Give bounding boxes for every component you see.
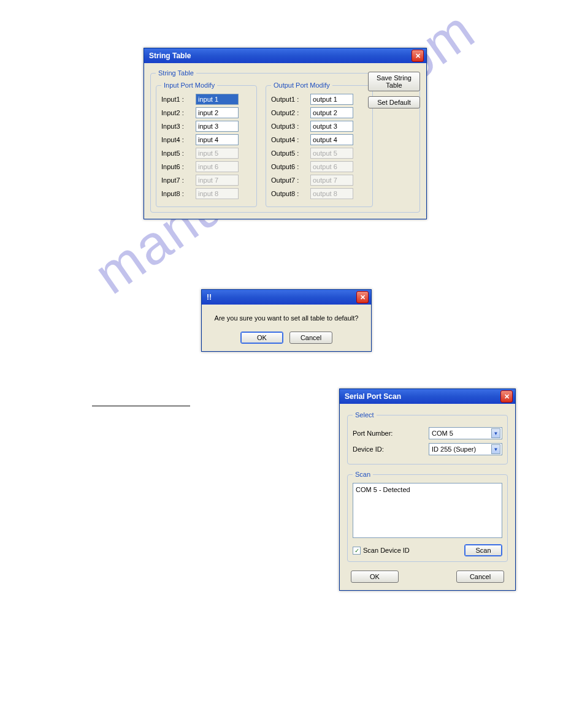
ok-button[interactable]: OK xyxy=(351,571,399,583)
serial-port-scan-dialog: Serial Port Scan ✕ Select Port Number: C… xyxy=(339,389,516,591)
string-table-legend: String Table xyxy=(156,69,196,77)
device-id-combo[interactable]: ID 255 (Super) ▼ xyxy=(429,443,502,455)
close-button[interactable]: ✕ xyxy=(356,291,369,303)
input1-field[interactable] xyxy=(196,94,239,105)
titlebar: !! ✕ xyxy=(202,290,371,305)
input5-label: Input5 : xyxy=(161,150,192,157)
scan-device-id-checkbox[interactable]: ✓ Scan Device ID xyxy=(353,547,410,555)
output6-field xyxy=(310,161,353,172)
port-number-combo[interactable]: COM 5 ▼ xyxy=(429,427,502,439)
cancel-button[interactable]: Cancel xyxy=(289,332,332,344)
output3-label: Output3 : xyxy=(271,123,307,130)
output-port-legend: Output Port Modify xyxy=(271,82,332,89)
port-number-label: Port Number: xyxy=(353,430,393,437)
input1-label: Input1 : xyxy=(161,96,192,103)
close-button[interactable]: ✕ xyxy=(412,50,424,62)
scan-button[interactable]: Scan xyxy=(464,544,502,556)
scan-results-list[interactable]: COM 5 - Detected xyxy=(353,483,502,538)
dialog-title: String Table xyxy=(149,51,191,60)
chevron-down-icon: ▼ xyxy=(491,444,500,454)
input8-field xyxy=(196,188,239,199)
input-port-legend: Input Port Modify xyxy=(161,82,217,89)
dialog-title: !! xyxy=(207,293,212,301)
close-icon: ✕ xyxy=(504,393,510,401)
string-table-dialog: String Table ✕ String Table Input Port M… xyxy=(144,48,427,219)
input8-label: Input8 : xyxy=(161,190,192,197)
checkbox-icon: ✓ xyxy=(353,547,361,555)
output8-label: Output8 : xyxy=(271,190,307,197)
output2-field[interactable] xyxy=(310,107,353,118)
input6-label: Input6 : xyxy=(161,163,192,170)
titlebar: Serial Port Scan ✕ xyxy=(340,389,515,404)
output1-label: Output1 : xyxy=(271,96,307,103)
set-default-button[interactable]: Set Default xyxy=(368,96,420,108)
select-fieldset: Select Port Number: COM 5 ▼ Device ID: I… xyxy=(347,411,508,464)
scan-fieldset: Scan COM 5 - Detected ✓ Scan Device ID S… xyxy=(347,471,508,562)
input3-label: Input3 : xyxy=(161,123,192,130)
chevron-down-icon: ▼ xyxy=(491,428,500,438)
input7-field xyxy=(196,175,239,186)
titlebar: String Table ✕ xyxy=(144,48,426,63)
output5-label: Output5 : xyxy=(271,150,307,157)
output8-field xyxy=(310,188,353,199)
output3-field[interactable] xyxy=(310,121,353,132)
select-legend: Select xyxy=(353,411,377,419)
input6-field xyxy=(196,161,239,172)
output4-field[interactable] xyxy=(310,134,353,145)
input2-label: Input2 : xyxy=(161,109,192,116)
output7-field xyxy=(310,175,353,186)
input7-label: Input7 : xyxy=(161,176,192,184)
input3-field[interactable] xyxy=(196,121,239,132)
close-icon: ✕ xyxy=(415,52,421,60)
heading-underline xyxy=(92,406,190,406)
checkbox-label: Scan Device ID xyxy=(363,547,410,554)
output2-label: Output2 : xyxy=(271,109,307,116)
output1-field[interactable] xyxy=(310,94,353,105)
input4-field[interactable] xyxy=(196,134,239,145)
scan-result-item: COM 5 - Detected xyxy=(356,486,499,493)
device-id-label: Device ID: xyxy=(353,446,384,453)
cancel-button[interactable]: Cancel xyxy=(456,571,504,583)
device-id-value: ID 255 (Super) xyxy=(432,446,476,453)
port-number-value: COM 5 xyxy=(432,430,453,437)
close-icon: ✕ xyxy=(360,294,366,301)
input4-label: Input4 : xyxy=(161,136,192,143)
output4-label: Output4 : xyxy=(271,136,307,143)
ok-button[interactable]: OK xyxy=(240,332,283,344)
scan-legend: Scan xyxy=(353,471,373,478)
output-port-fieldset: Output Port Modify Output1 : Output2 : O… xyxy=(266,82,373,207)
save-string-table-button[interactable]: Save String Table xyxy=(368,72,420,91)
output6-label: Output6 : xyxy=(271,163,307,170)
input5-field xyxy=(196,148,239,159)
input-port-fieldset: Input Port Modify Input1 : Input2 : Inpu… xyxy=(156,82,257,207)
output5-field xyxy=(310,148,353,159)
confirm-dialog: !! ✕ Are you sure you want to set all ta… xyxy=(201,289,372,352)
dialog-title: Serial Port Scan xyxy=(345,392,401,401)
output7-label: Output7 : xyxy=(271,176,307,184)
confirm-message: Are you sure you want to set all table t… xyxy=(210,314,362,322)
input2-field[interactable] xyxy=(196,107,239,118)
close-button[interactable]: ✕ xyxy=(500,390,513,403)
